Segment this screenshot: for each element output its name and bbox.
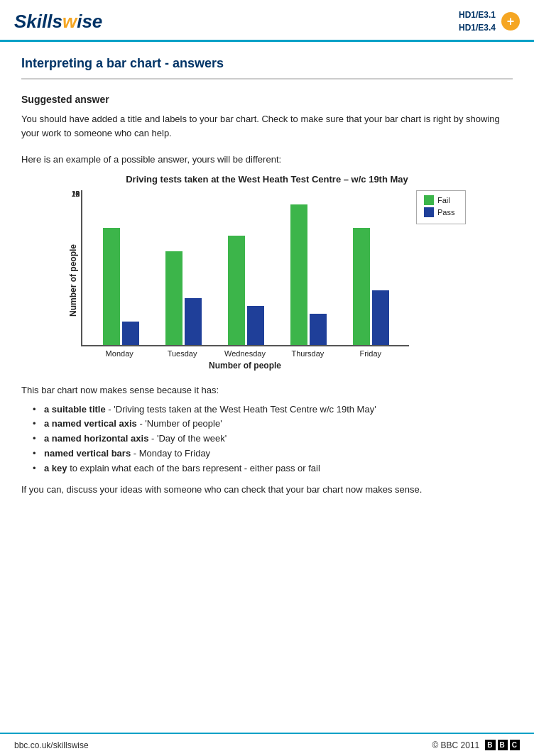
bar-group [165,251,202,345]
footer-copyright: © BBC 2011 [432,740,479,750]
bbc-block-b: B [485,740,495,750]
fail-label: Fail [437,196,450,204]
bar-fail [228,236,245,345]
pass-color-box [424,207,434,217]
chart-and-legend: Number of people 02468101214161820 Monda… [68,190,466,371]
bar-pass [372,290,389,345]
x-label: Tuesday [161,349,204,358]
x-label: Friday [349,349,392,358]
bullet-bold: a named vertical axis [44,418,137,429]
chart-inner: Number of people 02468101214161820 Monda… [68,190,409,371]
header-right: HD1/E3.1 HD1/E3.4 + [459,9,520,34]
bar-group [228,236,264,345]
bar-pair [290,204,327,345]
list-item: named vertical bars - Monday to Friday [36,447,513,461]
list-item: a suitable title - 'Driving tests taken … [36,402,513,417]
y-axis-label: Number of people [68,190,78,371]
bar-pair [353,228,389,345]
footer: bbc.co.uk/skillswise © BBC 2011 B B C [0,733,534,756]
list-item: a named horizontal axis - 'Day of the we… [36,432,513,447]
bbc-block-c: C [510,740,520,750]
bbc-block-b2: B [498,740,508,750]
plus-button[interactable]: + [501,12,520,31]
chart-plot: 02468101214161820 [81,190,409,346]
page-title: Interpreting a bar chart - answers [21,56,513,80]
summary-intro: This bar chart now makes sense because i… [21,385,513,395]
bar-pass [247,306,264,345]
pass-label: Pass [437,208,454,217]
bar-fail [103,228,120,345]
logo-text: Skillswise [14,11,102,33]
bar-fail [165,251,182,345]
bar-pass [122,322,139,345]
main-content: Interpreting a bar chart - answers Sugge… [0,42,534,509]
x-label: Wednesday [224,349,266,358]
bar-group [103,228,139,345]
bbc-logo: B B C [485,740,520,750]
bullet-bold: named vertical bars [44,448,131,459]
bullet-bold: a suitable title [44,404,106,415]
chart-container: Driving tests taken at the West Heath Te… [68,174,466,371]
logo: Skillswise [14,11,102,33]
bar-pair [165,251,202,345]
y-tick-label: 20 [64,190,80,198]
list-item: a named vertical axis - 'Number of peopl… [36,417,513,432]
legend-pass: Pass [424,207,458,217]
bar-group [353,228,389,345]
bar-fail [353,228,370,345]
bullet-bold: a named horizontal axis [44,433,148,444]
footer-url: bbc.co.uk/skillswise [14,740,89,750]
legend: Fail Pass [416,190,466,224]
bar-pass [310,314,327,345]
bar-group [290,204,327,345]
list-item: a key to explain what each of the bars r… [36,461,513,476]
header-codes: HD1/E3.1 HD1/E3.4 [459,9,496,34]
chart-left: Number of people 02468101214161820 Monda… [68,190,409,371]
x-label: Monday [98,349,141,358]
bullet-list: a suitable title - 'Driving tests taken … [36,402,513,476]
bar-pass [185,298,202,345]
example-text: Here is an example of a possible answer,… [21,153,513,167]
final-text: If you can, discuss your ideas with some… [21,484,513,495]
bar-pair [228,236,264,345]
x-axis-title: Number of people [81,361,409,371]
bullet-bold: a key [44,463,67,473]
chart-title: Driving tests taken at the West Heath Te… [126,174,408,185]
legend-fail: Fail [424,195,458,205]
header: Skillswise HD1/E3.1 HD1/E3.4 + [0,0,534,42]
x-label: Thursday [286,349,329,358]
fail-color-box [424,195,434,205]
bar-fail [290,204,307,345]
bar-pair [103,228,139,345]
intro-text: You should have added a title and labels… [21,112,513,140]
bars-area [82,190,409,345]
chart-body: 02468101214161820 MondayTuesdayWednesday… [81,190,409,371]
x-axis-labels: MondayTuesdayWednesdayThursdayFriday [81,346,409,358]
suggested-answer-heading: Suggested answer [21,94,513,105]
